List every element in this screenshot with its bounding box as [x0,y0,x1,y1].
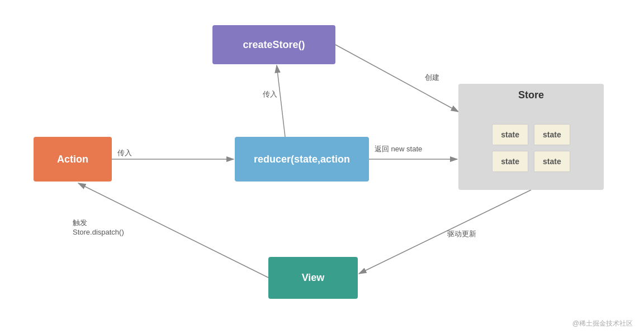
svg-line-5 [277,65,285,137]
view-label: View [302,272,325,284]
diagram-container: Action reducer(state,action createStore(… [0,0,644,334]
state-cell-3: state [492,151,528,172]
label-trigger: 触发 Store.dispatch() [73,218,124,236]
label-drive-update: 驱动更新 [447,229,476,239]
label-return-new-state: 返回 new state [375,144,422,154]
action-box: Action [34,137,112,182]
svg-line-6 [359,190,531,274]
store-box: Store state state state state [458,84,604,190]
store-title: Store [458,89,604,101]
createstore-box: createStore() [212,25,335,64]
state-cell-4: state [534,151,570,172]
label-create: 创建 [425,73,439,83]
reducer-box: reducer(state,action [235,137,369,182]
svg-line-4 [335,45,458,112]
label-pass-in: 传入 [117,148,132,158]
state-cell-1: state [492,124,528,145]
state-grid: state state state state [484,124,578,172]
action-label: Action [57,154,88,165]
reducer-label: reducer(state,action [254,154,350,165]
label-pass-in-2: 传入 [263,89,277,99]
state-cell-2: state [534,124,570,145]
view-box: View [268,257,358,299]
createstore-label: createStore() [243,39,305,51]
watermark: @稀土掘金技术社区 [572,319,633,328]
